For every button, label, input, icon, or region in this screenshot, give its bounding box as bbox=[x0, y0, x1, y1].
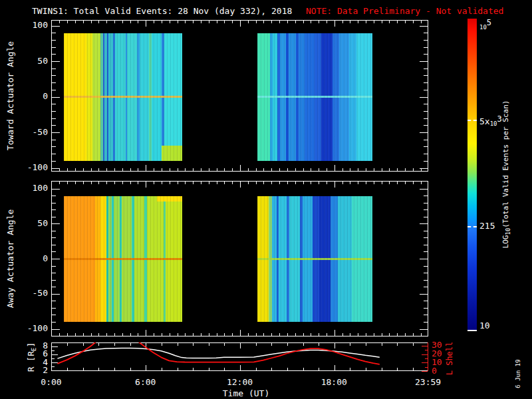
r-tick-label: 2 bbox=[21, 365, 48, 375]
x-tick bbox=[263, 333, 264, 336]
x-tick bbox=[232, 21, 233, 23]
x-tick bbox=[287, 21, 288, 23]
twins-spectrogram-figure: TWINS1: Total Valid Events: 28 Nov (day … bbox=[0, 0, 532, 399]
x-tick bbox=[342, 333, 343, 336]
y-tick bbox=[424, 140, 428, 140]
colorbar-label-suffix: (Total Valid Events per Scan) bbox=[501, 100, 510, 228]
spectrogram-stripe bbox=[108, 196, 112, 323]
x-tick bbox=[91, 21, 92, 23]
x-tick bbox=[162, 333, 162, 336]
x-tick bbox=[67, 21, 68, 23]
x-tick bbox=[334, 182, 335, 188]
spectrogram-stripe bbox=[300, 196, 303, 323]
x-tick bbox=[232, 168, 233, 171]
x-tick bbox=[248, 182, 249, 184]
spectrogram-stripe bbox=[303, 196, 313, 323]
spectrogram-stripe bbox=[108, 33, 114, 162]
spectrogram-stripe bbox=[126, 33, 128, 162]
spectrogram-patch bbox=[162, 146, 182, 162]
x-tick bbox=[271, 21, 272, 23]
x-tick bbox=[327, 168, 327, 171]
x-tick bbox=[83, 21, 84, 23]
x-tick bbox=[240, 165, 241, 171]
y-tick bbox=[52, 68, 56, 69]
y-tick bbox=[52, 223, 60, 224]
x-tick bbox=[201, 182, 201, 184]
x-tick bbox=[240, 182, 241, 188]
x-tick bbox=[59, 333, 60, 336]
y-tick bbox=[424, 196, 428, 196]
zero-angle-line bbox=[64, 258, 182, 260]
x-tick bbox=[170, 182, 170, 184]
y-tick bbox=[52, 231, 56, 231]
r-line bbox=[57, 348, 379, 359]
y-tick bbox=[52, 97, 60, 98]
x-tick bbox=[263, 21, 264, 23]
x-tick bbox=[421, 182, 422, 184]
y-tick bbox=[52, 26, 60, 27]
x-tick bbox=[413, 168, 414, 171]
y-tick bbox=[424, 231, 428, 231]
x-tick bbox=[263, 168, 264, 171]
x-tick bbox=[201, 168, 201, 171]
x-tick bbox=[209, 21, 209, 23]
page-title: TWINS1: Total Valid Events: 28 Nov (day … bbox=[32, 6, 292, 16]
x-tick bbox=[59, 182, 60, 184]
spectrogram-stripe bbox=[296, 33, 299, 162]
x-tick bbox=[263, 182, 264, 184]
y-tick bbox=[420, 189, 428, 190]
x-tick bbox=[91, 182, 92, 184]
zero-angle-line bbox=[257, 96, 372, 98]
spectrogram-stripe bbox=[280, 33, 287, 162]
away-axis-label: Away Actuator Angle bbox=[5, 209, 15, 309]
y-tick bbox=[424, 301, 428, 301]
spectrogram-stripe bbox=[104, 33, 107, 162]
spectrogram-stripe bbox=[114, 196, 120, 323]
colorbar-tick-label: 10 bbox=[479, 321, 490, 331]
y-tick-label: 100 bbox=[21, 20, 48, 30]
x-tick bbox=[240, 21, 241, 27]
y-tick bbox=[424, 111, 428, 112]
y-tick bbox=[52, 146, 56, 147]
spectrogram-stripe bbox=[113, 33, 115, 162]
x-tick bbox=[59, 168, 60, 171]
spectrogram-stripe bbox=[103, 33, 105, 162]
x-tick bbox=[397, 21, 398, 23]
y-tick bbox=[420, 61, 428, 62]
y-tick bbox=[52, 75, 56, 76]
y-tick bbox=[52, 280, 56, 281]
x-tick bbox=[185, 168, 186, 171]
spectrogram-stripe bbox=[287, 196, 289, 323]
x-tick bbox=[130, 182, 131, 184]
y-tick bbox=[420, 26, 428, 27]
spectrogram-stripe bbox=[106, 196, 109, 323]
x-tick bbox=[193, 168, 194, 171]
spectrogram-stripe bbox=[100, 196, 106, 323]
x-tick bbox=[311, 333, 311, 336]
y-tick bbox=[52, 259, 60, 259]
x-tick bbox=[178, 168, 178, 171]
spectrogram-stripe bbox=[339, 33, 349, 162]
y-tick bbox=[424, 40, 428, 41]
y-tick bbox=[424, 209, 428, 210]
y-tick-label: 50 bbox=[21, 56, 48, 66]
x-tick bbox=[154, 168, 154, 171]
y-tick bbox=[52, 209, 56, 210]
x-tick bbox=[114, 168, 115, 171]
spectrogram-stripe bbox=[305, 33, 315, 162]
x-tick bbox=[256, 182, 257, 184]
spectrogram-stripe bbox=[352, 196, 372, 323]
y-tick-label: -50 bbox=[21, 288, 48, 298]
x-tick bbox=[413, 333, 414, 336]
x-tick bbox=[138, 21, 138, 23]
x-tick bbox=[209, 168, 209, 171]
x-tick bbox=[397, 168, 398, 171]
y-tick bbox=[52, 118, 56, 119]
x-tick bbox=[170, 168, 170, 171]
spectrogram-stripe bbox=[152, 33, 162, 162]
spectrogram-stripe bbox=[162, 33, 164, 162]
y-tick bbox=[52, 294, 60, 295]
y-tick bbox=[52, 104, 56, 104]
x-tick bbox=[98, 182, 99, 184]
x-tick bbox=[382, 182, 382, 184]
